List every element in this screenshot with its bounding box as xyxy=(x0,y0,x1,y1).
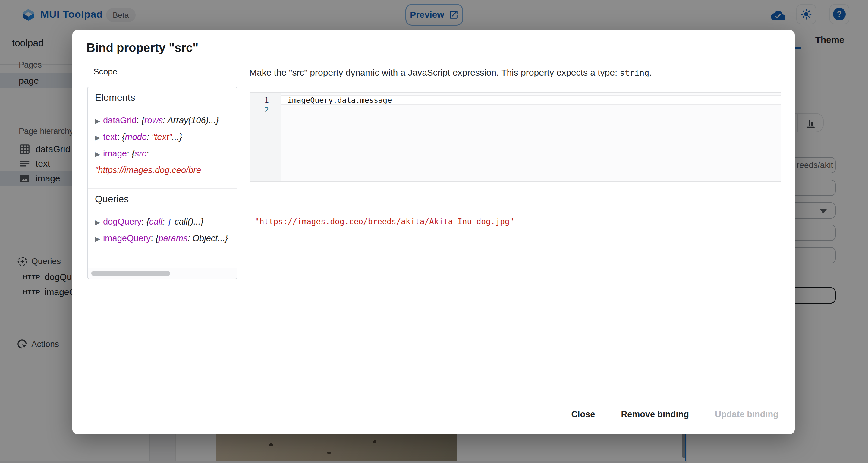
tree-segment: : xyxy=(163,116,167,125)
tree-segment: src xyxy=(135,149,147,158)
tree-segment: : xyxy=(146,149,149,158)
tree-segment: "text" xyxy=(152,132,172,142)
tree-segment: image xyxy=(103,149,127,158)
js-expression-editor[interactable]: 1 2 imageQuery.data.message xyxy=(250,92,781,182)
tree-segment: : xyxy=(136,116,141,125)
tree-segment: rows xyxy=(144,116,163,125)
scrollbar-thumb[interactable] xyxy=(91,271,170,276)
description-period: . xyxy=(649,67,652,78)
scope-horizontal-scrollbar[interactable] xyxy=(88,268,237,279)
dialog-description: Make the "src" property dynamic with a J… xyxy=(249,67,652,78)
dialog-title: Bind property "src" xyxy=(87,41,198,55)
scope-tree-row[interactable]: ▶dataGrid: {rows: Array(106)...} xyxy=(95,113,231,129)
tree-segment: text xyxy=(103,132,117,142)
tree-segment: ▶ xyxy=(95,235,100,243)
tree-segment: : xyxy=(187,233,192,243)
scope-tree-row[interactable]: ▶image: {src: "https://images.dog.ceo/br… xyxy=(95,146,231,178)
tree-segment: : xyxy=(162,217,167,226)
scope-tree-row[interactable]: ▶dogQuery: {call: ƒ call()...} xyxy=(95,214,231,230)
tree-segment: : xyxy=(117,132,122,142)
bind-property-dialog: Bind property "src" Scope Elements ▶data… xyxy=(72,30,795,434)
tree-segment: mode xyxy=(125,132,147,142)
tree-segment: call xyxy=(149,217,162,226)
app-root: MUI Toolpad Beta Preview xyxy=(0,0,868,463)
close-button[interactable]: Close xyxy=(569,406,597,422)
tree-segment: Object...} xyxy=(193,233,228,243)
code-line[interactable]: imageQuery.data.message xyxy=(281,95,781,104)
tree-segment: : xyxy=(147,132,152,142)
tree-segment: ▶ xyxy=(95,117,100,125)
elements-header: Elements xyxy=(88,87,237,108)
editor-gutter: 1 2 xyxy=(250,93,281,181)
line-number: 2 xyxy=(257,105,269,114)
tree-segment: { xyxy=(146,217,149,226)
elements-tree: ▶dataGrid: {rows: Array(106)...}▶text: {… xyxy=(88,108,237,188)
expected-type: string xyxy=(620,68,650,78)
tree-segment: ▶ xyxy=(95,134,100,142)
tree-segment: : xyxy=(127,149,132,158)
tree-segment: "https://images.dog.ceo/bre xyxy=(95,165,201,175)
expression-result-preview: "https://images.dog.ceo/breeds/akita/Aki… xyxy=(255,217,514,226)
tree-segment: dogQuery xyxy=(103,217,141,226)
tree-segment: { xyxy=(141,116,144,125)
tree-segment: : xyxy=(141,217,146,226)
tree-segment: params xyxy=(158,233,188,243)
description-text: Make the "src" property dynamic with a J… xyxy=(249,67,620,78)
tree-segment: ▶ xyxy=(95,219,100,226)
tree-segment: imageQuery xyxy=(103,233,151,243)
scope-label: Scope xyxy=(93,67,117,76)
queries-tree: ▶dogQuery: {call: ƒ call()...}▶imageQuer… xyxy=(88,210,237,268)
tree-segment: { xyxy=(156,233,158,243)
scope-browser: Elements ▶dataGrid: {rows: Array(106)...… xyxy=(87,87,238,279)
tree-segment: : xyxy=(151,233,156,243)
tree-segment: ƒ xyxy=(167,217,175,226)
tree-segment: Array(106)...} xyxy=(167,116,219,125)
queries-header: Queries xyxy=(88,188,237,210)
tree-segment: ▶ xyxy=(95,150,100,158)
dialog-actions: Close Remove binding Update binding xyxy=(569,406,780,422)
scope-tree-row[interactable]: ▶imageQuery: {params: Object...} xyxy=(95,230,231,247)
tree-segment: dataGrid xyxy=(103,116,136,125)
code-line[interactable] xyxy=(281,105,781,115)
tree-segment: call()...} xyxy=(175,217,204,226)
scope-tree-row[interactable]: ▶text: {mode: "text"...} xyxy=(95,129,231,146)
update-binding-button[interactable]: Update binding xyxy=(713,406,780,422)
tree-segment: { xyxy=(132,149,135,158)
line-number: 1 xyxy=(257,96,269,104)
remove-binding-button[interactable]: Remove binding xyxy=(619,406,691,422)
tree-segment: ...} xyxy=(172,132,182,142)
